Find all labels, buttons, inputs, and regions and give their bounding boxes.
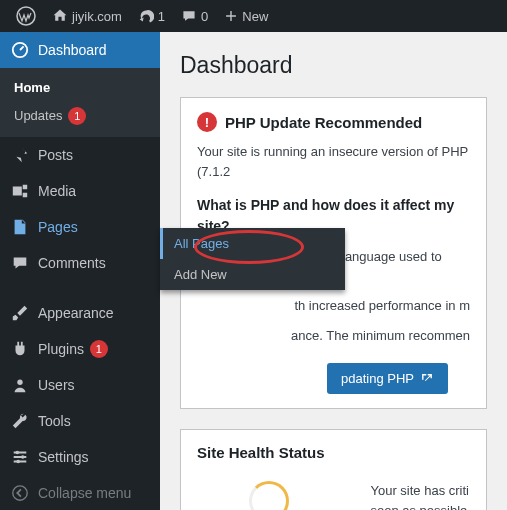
sidebar-appearance[interactable]: Appearance	[0, 295, 160, 331]
comments-icon	[10, 253, 30, 273]
media-icon	[10, 181, 30, 201]
updates-toolbar[interactable]: 1	[130, 0, 173, 32]
sidebar-tools[interactable]: Tools	[0, 403, 160, 439]
pages-flyout: All Pages Add New	[160, 228, 345, 290]
svg-point-6	[13, 486, 27, 500]
sidebar-settings[interactable]: Settings	[0, 439, 160, 475]
svg-point-5	[16, 460, 20, 464]
sidebar-dashboard[interactable]: Dashboard	[0, 32, 160, 68]
plugins-badge: 1	[90, 340, 108, 358]
sidebar-item-label: Pages	[38, 219, 78, 235]
sidebar-sub-updates[interactable]: Updates1	[0, 101, 160, 131]
pages-icon	[10, 217, 30, 237]
dashboard-icon	[10, 40, 30, 60]
external-icon	[420, 372, 434, 386]
sidebar-item-label: Appearance	[38, 305, 114, 321]
warning-icon: !	[197, 112, 217, 132]
users-icon	[10, 375, 30, 395]
sidebar-plugins[interactable]: Plugins 1	[0, 331, 160, 367]
sidebar-item-label: Plugins	[38, 341, 84, 357]
learn-php-button[interactable]: pdating PHP	[327, 363, 448, 394]
sliders-icon	[10, 447, 30, 467]
sidebar-item-label: Users	[38, 377, 75, 393]
sidebar-collapse[interactable]: Collapse menu	[0, 475, 160, 510]
site-health-panel: Site Health Status Should be improved Yo…	[180, 429, 487, 510]
health-spinner-icon	[249, 481, 289, 510]
sidebar-media[interactable]: Media	[0, 173, 160, 209]
sidebar-item-label: Collapse menu	[38, 485, 131, 501]
sidebar-posts[interactable]: Posts	[0, 137, 160, 173]
svg-point-3	[16, 451, 20, 455]
wp-logo[interactable]	[8, 0, 44, 32]
flyout-all-pages[interactable]: All Pages	[160, 228, 345, 259]
wrench-icon	[10, 411, 30, 431]
brush-icon	[10, 303, 30, 323]
svg-point-2	[17, 380, 22, 385]
sidebar-users[interactable]: Users	[0, 367, 160, 403]
sidebar-comments[interactable]: Comments	[0, 245, 160, 281]
sidebar-pages[interactable]: Pages	[0, 209, 160, 245]
sidebar-item-label: Tools	[38, 413, 71, 429]
sidebar-item-label: Posts	[38, 147, 73, 163]
sidebar-item-label: Dashboard	[38, 42, 107, 58]
sidebar-item-label: Comments	[38, 255, 106, 271]
comments-toolbar[interactable]: 0	[173, 0, 216, 32]
pin-icon	[10, 145, 30, 165]
plug-icon	[10, 339, 30, 359]
sidebar-sub-home[interactable]: Home	[0, 74, 160, 101]
site-link[interactable]: jiyik.com	[44, 0, 130, 32]
page-title: Dashboard	[180, 52, 487, 79]
flyout-add-new[interactable]: Add New	[160, 259, 345, 290]
collapse-icon	[10, 483, 30, 503]
new-toolbar[interactable]: New	[216, 0, 276, 32]
svg-point-4	[21, 455, 25, 459]
sidebar-item-label: Media	[38, 183, 76, 199]
sidebar-item-label: Settings	[38, 449, 89, 465]
